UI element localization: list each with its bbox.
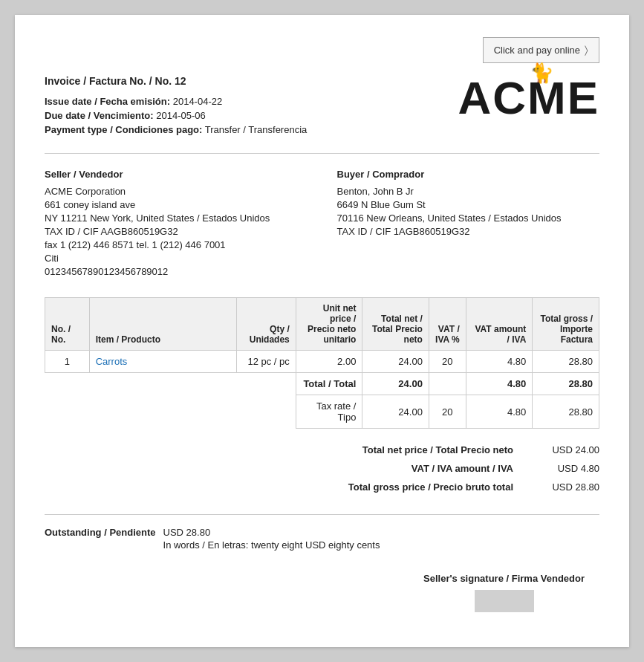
seller-account: 01234567890123456789012: [45, 266, 308, 277]
due-date-row: Due date / Vencimiento: 2014-05-06: [45, 110, 458, 121]
seller-fax-tel: fax 1 (212) 446 8571 tel. 1 (212) 446 70…: [45, 239, 308, 250]
row-no: 1: [45, 351, 90, 373]
subtotal-vat-amount: 4.80: [466, 373, 533, 395]
subtotal-row: Total / Total 24.00 4.80 28.80: [45, 373, 599, 395]
buyer-tax-id: TAX ID / CIF 1AGB860519G32: [337, 226, 600, 237]
subtotal-label: Total / Total: [296, 373, 362, 395]
signature-section: Seller's signature / Firma Vendedor: [45, 573, 599, 612]
invoice-title: Invoice / Factura No. / No. 12: [45, 75, 458, 87]
signature-image: [475, 590, 534, 612]
seller-section: Seller / Vendedor ACME Corporation 661 c…: [45, 169, 308, 279]
seller-name: ACME Corporation: [45, 186, 308, 197]
summary-vat-row: VAT / IVA amount / IVA USD 4.80: [45, 459, 599, 478]
pay-online-button[interactable]: Click and pay online 〉: [483, 37, 599, 63]
payment-type-row: Payment type / Condiciones pago: Transfe…: [45, 124, 458, 135]
seller-tax-id: TAX ID / CIF AAGB860519G32: [45, 226, 308, 237]
buyer-name: Benton, John B Jr: [337, 186, 600, 197]
summary-vat-label: VAT / IVA amount / IVA: [273, 463, 525, 474]
pay-online-label: Click and pay online: [494, 45, 580, 56]
subtotal-vat-empty: [429, 373, 466, 395]
taxrate-gross: 28.80: [533, 395, 599, 429]
subtotal-empty2: [236, 373, 296, 395]
invoice-table: No. / No. Item / Producto Qty / Unidades…: [45, 297, 599, 429]
invoice-page: Click and pay online 〉 Invoice / Factura…: [15, 15, 629, 647]
row-total-gross: 28.80: [533, 351, 599, 373]
outstanding-words: In words / En letras: twenty eight USD e…: [163, 539, 380, 551]
logo-wrapper: 🐈 ACME: [458, 75, 599, 121]
col-vat-amount: VAT amount / IVA: [466, 298, 533, 351]
col-no: No. / No.: [45, 298, 90, 351]
outstanding-words-value: twenty eight USD eighty cents: [251, 539, 380, 551]
col-total-gross: Total gross / Importe Factura: [533, 298, 599, 351]
top-bar: Click and pay online 〉: [45, 37, 599, 63]
col-total-net: Total net / Total Precio neto: [362, 298, 429, 351]
outstanding-amount: USD 28.80: [163, 527, 380, 538]
summary-gross-value: USD 28.80: [525, 481, 599, 493]
taxrate-vat-amount: 4.80: [466, 395, 533, 429]
buyer-address2: 70116 New Orleans, United States / Estad…: [337, 212, 600, 224]
due-date-label: Due date / Vencimiento:: [45, 110, 154, 121]
col-unit-net: Unit net price / Precio neto unitario: [296, 298, 362, 351]
taxrate-empty2: [236, 395, 296, 429]
subtotal-empty: [45, 373, 237, 395]
payment-type-label: Payment type / Condiciones pago:: [45, 124, 202, 135]
row-unit-net: 2.00: [296, 351, 362, 373]
table-header-row: No. / No. Item / Producto Qty / Unidades…: [45, 298, 599, 351]
issue-date-row: Issue date / Fecha emisión: 2014-04-22: [45, 96, 458, 107]
row-total-net: 24.00: [362, 351, 429, 373]
seller-bank: Citi: [45, 253, 308, 264]
row-vat: 20: [429, 351, 466, 373]
summary-gross-label: Total gross price / Precio bruto total: [273, 481, 525, 493]
col-vat: VAT / IVA %: [429, 298, 466, 351]
outstanding-details: USD 28.80 In words / En letras: twenty e…: [163, 527, 380, 551]
header-section: Invoice / Factura No. / No. 12 Issue dat…: [45, 75, 599, 138]
row-qty: 12 pc / pc: [236, 351, 296, 373]
summary-net-value: USD 24.00: [525, 444, 599, 455]
subtotal-net: 24.00: [362, 373, 429, 395]
summary-section: Total net price / Total Precio neto USD …: [45, 441, 599, 496]
seller-address1: 661 coney island ave: [45, 199, 308, 210]
col-qty: Qty / Unidades: [236, 298, 296, 351]
due-date-value: 2014-05-06: [156, 110, 206, 121]
signature-label: Seller's signature / Firma Vendedor: [423, 573, 585, 584]
summary-gross-row: Total gross price / Precio bruto total U…: [45, 478, 599, 496]
buyer-address1: 6649 N Blue Gum St: [337, 199, 600, 210]
seller-address2: NY 11211 New York, United States / Estad…: [45, 212, 308, 224]
summary-net-label: Total net price / Total Precio neto: [273, 444, 525, 455]
buyer-section: Buyer / Comprador Benton, John B Jr 6649…: [337, 169, 600, 279]
outstanding-label: Outstanding / Pendiente: [45, 527, 156, 538]
signature-block: Seller's signature / Firma Vendedor: [423, 573, 585, 612]
issue-date-value: 2014-04-22: [173, 96, 223, 107]
taxrate-label: Tax rate / Tipo: [296, 395, 362, 429]
arrow-icon: 〉: [585, 44, 588, 56]
item-link[interactable]: Carrots: [96, 356, 128, 367]
payment-type-value: Transfer / Transferencia: [205, 124, 308, 135]
invoice-meta: Invoice / Factura No. / No. 12 Issue dat…: [45, 75, 458, 138]
parties-section: Seller / Vendedor ACME Corporation 661 c…: [45, 169, 599, 279]
taxrate-net: 24.00: [362, 395, 429, 429]
seller-label: Seller / Vendedor: [45, 169, 308, 180]
outstanding-section: Outstanding / Pendiente USD 28.80 In wor…: [45, 514, 599, 551]
summary-vat-value: USD 4.80: [525, 463, 599, 474]
logo-area: 🐈 ACME: [458, 75, 599, 121]
buyer-label: Buyer / Comprador: [337, 169, 600, 180]
row-vat-amount: 4.80: [466, 351, 533, 373]
table-row: 1 Carrots 12 pc / pc 2.00 24.00 20 4.80 …: [45, 351, 599, 373]
col-item: Item / Producto: [89, 298, 236, 351]
taxrate-empty: [45, 395, 237, 429]
issue-date-label: Issue date / Fecha emisión:: [45, 96, 170, 107]
header-divider: [45, 153, 599, 154]
summary-net-row: Total net price / Total Precio neto USD …: [45, 441, 599, 459]
row-item: Carrots: [89, 351, 236, 373]
outstanding-words-label: In words / En letras:: [163, 539, 249, 551]
taxrate-vat: 20: [429, 395, 466, 429]
taxrate-row: Tax rate / Tipo 24.00 20 4.80 28.80: [45, 395, 599, 429]
subtotal-gross: 28.80: [533, 373, 599, 395]
logo-text: ACME: [458, 75, 599, 121]
